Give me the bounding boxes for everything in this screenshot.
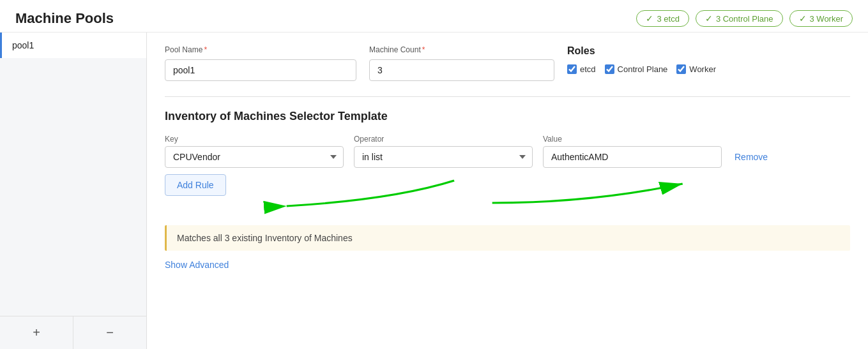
machine-count-required: * — [422, 45, 425, 54]
badge-control-plane: ✓ 3 Control Plane — [696, 10, 783, 27]
check-icon-etcd: ✓ — [646, 13, 653, 24]
role-worker-checkbox[interactable] — [676, 64, 686, 74]
main: pool1 + − Pool Name* Machine — [0, 33, 868, 349]
roles-group: Roles etcd Control Plane Worker — [567, 45, 716, 74]
header-badges: ✓ 3 etcd ✓ 3 Control Plane ✓ 3 Worker — [636, 10, 853, 27]
role-etcd-checkbox[interactable] — [567, 64, 577, 74]
divider — [165, 96, 850, 97]
pool-name-label: Pool Name* — [165, 45, 356, 54]
header: Machine Pools ✓ 3 etcd ✓ 3 Control Plane… — [0, 0, 868, 33]
operator-select[interactable]: in list — [354, 146, 533, 168]
role-etcd[interactable]: etcd — [567, 64, 596, 74]
top-fields-row: Pool Name* Machine Count* Roles — [165, 45, 850, 81]
remove-pool-button[interactable]: − — [73, 316, 146, 349]
roles-title: Roles — [567, 45, 716, 57]
match-notice: Matches all 3 existing Inventory of Mach… — [165, 225, 850, 251]
add-pool-button[interactable]: + — [0, 316, 73, 349]
role-etcd-label: etcd — [580, 64, 596, 74]
arrow-area: Add Rule — [165, 168, 850, 219]
pool-name-required: * — [204, 45, 207, 54]
badge-etcd-label: 3 etcd — [657, 14, 679, 24]
check-icon-worker: ✓ — [799, 13, 807, 24]
sidebar-spacer — [0, 58, 146, 316]
sidebar-item-pool1[interactable]: pool1 — [0, 33, 146, 58]
remove-rule-button[interactable]: Remove — [735, 152, 768, 162]
page: Machine Pools ✓ 3 etcd ✓ 3 Control Plane… — [0, 0, 868, 349]
role-control-plane-label: Control Plane — [618, 64, 668, 74]
role-control-plane-checkbox[interactable] — [605, 64, 614, 74]
add-rule-button[interactable]: Add Rule — [165, 174, 226, 196]
role-control-plane[interactable]: Control Plane — [605, 64, 668, 74]
show-advanced-button[interactable]: Show Advanced — [165, 260, 229, 270]
pool-name-field-group: Pool Name* — [165, 45, 356, 81]
key-column-label: Key — [165, 135, 344, 144]
sidebar-pool-name: pool1 — [12, 40, 34, 50]
content-area: Pool Name* Machine Count* Roles — [147, 33, 868, 349]
key-select[interactable]: CPUVendor — [165, 146, 344, 168]
sidebar-actions: + − — [0, 316, 146, 349]
value-input[interactable] — [543, 146, 722, 168]
role-worker[interactable]: Worker — [676, 64, 716, 74]
badge-control-plane-label: 3 Control Plane — [716, 14, 773, 24]
machine-count-input[interactable] — [369, 59, 554, 81]
role-worker-label: Worker — [689, 64, 716, 74]
page-title: Machine Pools — [15, 10, 114, 27]
value-column-label: Value — [543, 135, 722, 144]
roles-checkboxes: etcd Control Plane Worker — [567, 64, 716, 74]
annotation-arrows — [165, 168, 850, 219]
machine-count-label: Machine Count* — [369, 45, 554, 54]
badge-worker-label: 3 Worker — [810, 14, 844, 24]
selector-row: CPUVendor in list Remove — [165, 146, 850, 168]
badge-worker: ✓ 3 Worker — [789, 10, 853, 27]
badge-etcd: ✓ 3 etcd — [636, 10, 689, 27]
selector-labels-row: Key Operator Value — [165, 135, 850, 144]
section-title: Inventory of Machines Selector Template — [165, 110, 850, 123]
check-icon-control-plane: ✓ — [705, 13, 713, 24]
pool-name-input[interactable] — [165, 59, 356, 81]
operator-column-label: Operator — [354, 135, 533, 144]
sidebar: pool1 + − — [0, 33, 147, 349]
machine-count-field-group: Machine Count* — [369, 45, 554, 81]
